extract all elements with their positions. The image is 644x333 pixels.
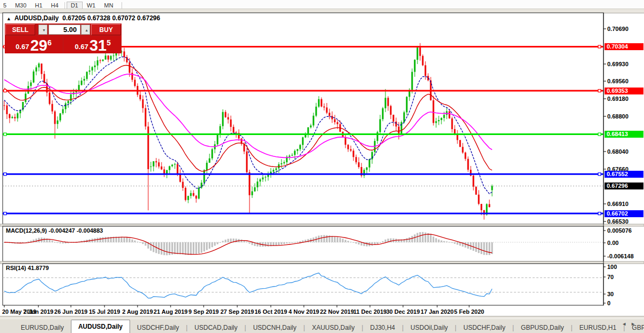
sell-price-main: 29 xyxy=(30,38,47,52)
tab-gbpusd-daily[interactable]: GBPUSD,Daily xyxy=(514,322,571,333)
tab-audusd-daily[interactable]: AUDUSD,Daily xyxy=(71,320,130,333)
line-handle xyxy=(4,133,6,136)
price-axis-label: 0.68800 xyxy=(607,113,629,120)
sell-price-display[interactable]: 0.67 29 6 xyxy=(5,36,62,53)
chevron-up-icon: ▲ xyxy=(85,28,88,32)
level-price-badge: 0.69353 xyxy=(605,88,643,94)
volume-increase-button[interactable]: ▲ xyxy=(81,25,90,35)
price-axis-label: 0.69180 xyxy=(607,96,629,102)
tab-scroll-arrows: ◄► xyxy=(622,321,640,327)
date-axis-label: 15 Jul 2019 xyxy=(89,308,120,315)
tab-usdchf-daily[interactable]: USDCHF,Daily xyxy=(130,322,186,333)
tab-dj30-h4[interactable]: DJ30,H4 xyxy=(363,322,402,333)
date-axis-label: 30 Dec 2019 xyxy=(387,308,420,315)
level-price-badge: 0.66702 xyxy=(605,210,643,217)
date-axis-label: 5 Feb 2020 xyxy=(454,308,484,315)
rsi-label: RSI(14) 41.8779 xyxy=(6,265,49,271)
chart-title: ▲AUDUSD,Daily 0.67205 0.67328 0.67072 0.… xyxy=(6,14,160,22)
tab-xauusd-daily[interactable]: XAUUSD,Daily xyxy=(305,322,361,333)
mt4-window: 5M30H1H4D1W1MN ▲AUDUSD,Daily 0.67205 0.6… xyxy=(0,0,644,333)
line-handle xyxy=(598,173,601,176)
date-axis-label: 9 Sep 2019 xyxy=(189,308,219,315)
date-axis-label: 2 Aug 2019 xyxy=(122,308,153,315)
rsi-axis-label: 100 xyxy=(607,264,617,270)
price-axis-label: 0.66530 xyxy=(607,218,629,225)
macd-label: MACD(12,26,9) -0.004247 -0.004883 xyxy=(6,227,103,234)
buy-price-display[interactable]: 0.67 31 5 xyxy=(64,36,122,53)
price-axis-label: 0.69930 xyxy=(607,61,629,67)
line-handle xyxy=(4,173,6,176)
line-handle xyxy=(598,212,601,215)
volume-input[interactable] xyxy=(49,25,80,35)
macd-axis-label: 0.00 xyxy=(607,240,618,246)
rsi-axis-label: 0 xyxy=(607,300,610,306)
date-axis-label: 7 Jun 2019 xyxy=(23,308,53,315)
sell-price-pip: 6 xyxy=(47,38,52,47)
bid-price-badge: 0.67296 xyxy=(605,183,643,189)
date-axis-label: 21 Aug 2019 xyxy=(154,308,188,315)
tab-scroll-left-icon[interactable]: ◄ xyxy=(622,321,631,327)
tab-eurusd-h1[interactable]: EURUSD,H1 xyxy=(573,322,623,333)
sell-button[interactable]: SELL xyxy=(5,24,35,35)
one-click-trading-panel: SELL ▼ ▲ BUY 0.67 29 6 0.67 31 5 xyxy=(5,23,122,53)
line-handle xyxy=(4,90,6,92)
level-price-badge: 0.70304 xyxy=(605,43,643,50)
date-axis-label: 4 Nov 2019 xyxy=(288,308,319,315)
chart-ohlc-values: 0.67205 0.67328 0.67072 0.67296 xyxy=(62,14,160,22)
price-axis-label: 0.69560 xyxy=(607,78,629,84)
price-axis-label: 0.68040 xyxy=(607,148,629,155)
volume-decrease-button[interactable]: ▼ xyxy=(38,25,47,35)
level-price-badge: 0.68413 xyxy=(605,131,643,138)
tab-scroll-right-icon[interactable]: ► xyxy=(631,321,640,327)
rsi-axis-label: 30 xyxy=(607,291,614,297)
macd-axis-label: -0.006148 xyxy=(607,253,634,259)
price-axis-label: 0.70690 xyxy=(607,26,629,32)
sell-price-prefix: 0.67 xyxy=(15,43,29,51)
date-axis-label: 16 Oct 2019 xyxy=(254,308,287,315)
tab-eurusd-daily[interactable]: EURUSD,Daily xyxy=(14,322,71,333)
date-axis-label: 26 Jun 2019 xyxy=(54,308,87,315)
line-handle xyxy=(598,90,601,92)
line-handle xyxy=(4,212,6,215)
buy-button[interactable]: BUY xyxy=(91,24,121,35)
rsi-axis-label: 70 xyxy=(607,274,614,280)
tab-usdcad-daily[interactable]: USDCAD,Daily xyxy=(188,322,245,333)
buy-price-main: 31 xyxy=(90,38,107,52)
tab-usdchf-daily[interactable]: USDCHF,Daily xyxy=(456,322,512,333)
collapse-icon[interactable]: ▲ xyxy=(6,16,11,21)
date-axis-label: 11 Dec 2019 xyxy=(353,308,387,315)
buy-price-prefix: 0.67 xyxy=(75,43,88,51)
price-axis-label: 0.66910 xyxy=(607,201,629,207)
line-handle xyxy=(598,133,601,136)
chart-tabbar: EURUSD,DailyAUDUSD,DailyUSDCHF,Daily|USD… xyxy=(0,319,644,333)
buy-price-pip: 5 xyxy=(107,38,111,47)
line-handle xyxy=(598,45,601,48)
date-axis-label: 27 Sep 2019 xyxy=(221,308,254,315)
date-axis-label: 22 Nov 2019 xyxy=(320,308,354,315)
level-price-badge: 0.67552 xyxy=(605,171,643,178)
tab-usdoil-daily[interactable]: USDOil,Daily xyxy=(404,322,455,333)
tab-usdcnh-daily[interactable]: USDCNH,Daily xyxy=(246,322,303,333)
chart-symbol-label: AUDUSD,Daily xyxy=(14,14,59,22)
macd-axis-label: 0.005076 xyxy=(607,227,632,234)
date-axis-label: 17 Jan 2020 xyxy=(421,308,454,315)
chevron-down-icon: ▼ xyxy=(42,28,46,32)
